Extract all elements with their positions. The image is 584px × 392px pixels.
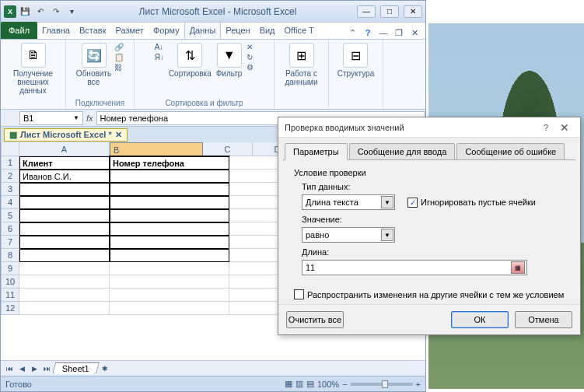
cell[interactable] <box>110 236 229 249</box>
view-layout-icon[interactable]: ▥ <box>295 379 303 389</box>
tab-layout[interactable]: Размет <box>111 22 149 39</box>
row-header[interactable]: 2 <box>1 170 19 183</box>
allow-select[interactable]: Длина текста ▼ <box>302 194 395 210</box>
zoom-out-button[interactable]: − <box>342 380 347 389</box>
file-tab[interactable]: Файл <box>1 22 37 39</box>
connections-icon[interactable]: 🔗 <box>114 43 124 51</box>
excel-icon[interactable]: X <box>4 5 16 18</box>
new-sheet-icon[interactable]: ✱ <box>100 363 110 374</box>
cell[interactable] <box>229 170 279 183</box>
cell[interactable] <box>110 289 229 302</box>
last-sheet-icon[interactable]: ⏭ <box>41 363 52 374</box>
tab-input-message[interactable]: Сообщение для ввода <box>349 143 456 160</box>
row-header[interactable]: 10 <box>1 275 19 289</box>
clear-filter-icon[interactable]: ✕ <box>247 43 253 51</box>
properties-icon[interactable]: 📋 <box>114 53 124 61</box>
outline-button[interactable]: ⊟ Структура <box>337 43 374 78</box>
row-header[interactable]: 3 <box>1 183 19 196</box>
redo-icon[interactable]: ↷ <box>49 5 63 19</box>
cell[interactable] <box>19 262 110 275</box>
cell[interactable] <box>229 222 279 236</box>
cell[interactable] <box>19 222 110 236</box>
maximize-button[interactable]: □ <box>380 5 399 18</box>
wb-min-icon[interactable]: — <box>377 26 390 39</box>
cell[interactable] <box>229 156 279 170</box>
cell[interactable] <box>19 289 110 302</box>
reapply-icon[interactable]: ↻ <box>247 53 253 61</box>
row-header[interactable]: 12 <box>1 302 19 315</box>
sort-button[interactable]: ⇅ Сортировка <box>169 43 212 78</box>
cell[interactable] <box>229 302 279 315</box>
sheet-tab[interactable]: Sheet1 <box>52 362 100 374</box>
fx-button[interactable]: fx <box>86 114 93 123</box>
length-input[interactable]: 11 ▦ <box>302 260 527 275</box>
dialog-help-icon[interactable]: ? <box>537 123 555 132</box>
prev-sheet-icon[interactable]: ◀ <box>16 363 27 374</box>
tab-home[interactable]: Главна <box>37 22 75 39</box>
tab-settings[interactable]: Параметры <box>285 143 348 160</box>
range-selector-icon[interactable]: ▦ <box>511 261 525 274</box>
advanced-icon[interactable]: ⚙ <box>247 63 254 72</box>
workbook-tab[interactable]: ▦ Лист Microsoft Excel * ✕ <box>4 128 128 142</box>
row-header[interactable]: 1 <box>1 156 19 170</box>
view-break-icon[interactable]: ▤ <box>306 379 314 389</box>
cell[interactable] <box>110 262 229 275</box>
col-header-c[interactable]: C <box>203 142 253 156</box>
select-all-corner[interactable] <box>1 142 19 156</box>
cell[interactable] <box>19 183 110 196</box>
dialog-titlebar[interactable]: Проверка вводимых значений ? ✕ <box>278 117 580 138</box>
cell[interactable] <box>229 289 279 302</box>
sort-az-button[interactable]: A↓ <box>155 43 164 51</box>
tab-error-alert[interactable]: Сообщение об ошибке <box>456 143 565 160</box>
cell[interactable] <box>19 196 110 209</box>
cell-b1[interactable]: Номер телефона <box>110 156 229 170</box>
row-header[interactable]: 7 <box>1 236 19 249</box>
dialog-close-icon[interactable]: ✕ <box>555 121 574 134</box>
cell[interactable] <box>19 275 110 289</box>
cell-b2[interactable] <box>110 170 229 183</box>
cell[interactable] <box>110 209 229 222</box>
cell-a1[interactable]: Клиент <box>19 156 110 170</box>
cell[interactable] <box>19 249 110 262</box>
cell[interactable] <box>229 183 279 196</box>
tab-insert[interactable]: Вставк <box>75 22 111 39</box>
name-box[interactable]: B1 ▼ <box>19 111 83 125</box>
ok-button[interactable]: ОК <box>451 311 509 328</box>
cell[interactable] <box>19 302 110 315</box>
cell[interactable] <box>110 183 229 196</box>
cell[interactable] <box>19 236 110 249</box>
sort-za-button[interactable]: Я↓ <box>155 53 164 61</box>
view-normal-icon[interactable]: ▦ <box>285 379 292 389</box>
cell[interactable] <box>229 209 279 222</box>
col-header-a[interactable]: A <box>19 142 110 156</box>
zoom-in-button[interactable]: + <box>416 380 421 389</box>
cell[interactable] <box>110 275 229 289</box>
undo-icon[interactable]: ↶ <box>33 5 47 19</box>
cell[interactable] <box>229 262 279 275</box>
ribbon-minimize-icon[interactable]: ⌃ <box>346 26 358 39</box>
cell[interactable] <box>229 196 279 209</box>
col-header-b[interactable]: B <box>110 142 203 158</box>
namebox-dropdown-icon[interactable]: ▼ <box>73 114 79 121</box>
cell[interactable] <box>19 209 110 222</box>
clear-all-button[interactable]: Очистить все <box>286 311 344 328</box>
row-header[interactable]: 5 <box>1 209 19 222</box>
refresh-all-button[interactable]: 🔄 Обновить все <box>76 43 111 86</box>
row-header[interactable]: 6 <box>1 222 19 236</box>
edit-links-icon[interactable]: ⛓ <box>114 63 122 72</box>
help-icon[interactable]: ? <box>362 26 374 39</box>
cell[interactable] <box>229 249 279 262</box>
cancel-button[interactable]: Отмена <box>515 311 572 328</box>
get-external-data-button[interactable]: 🗎 Получение внешних данных <box>5 43 61 95</box>
row-header[interactable]: 8 <box>1 249 19 262</box>
tab-review[interactable]: Рецен <box>221 22 254 39</box>
tab-view[interactable]: Вид <box>255 22 280 39</box>
zoom-slider[interactable] <box>351 383 413 386</box>
save-icon[interactable]: 💾 <box>18 5 32 19</box>
wb-close-icon[interactable]: ✕ <box>408 26 421 39</box>
close-button[interactable]: ✕ <box>404 5 422 18</box>
cell[interactable] <box>110 196 229 209</box>
cell[interactable] <box>110 249 229 262</box>
ignore-blank-checkbox[interactable]: ✓ Игнорировать пустые ячейки <box>407 198 536 208</box>
cell[interactable] <box>110 302 229 315</box>
